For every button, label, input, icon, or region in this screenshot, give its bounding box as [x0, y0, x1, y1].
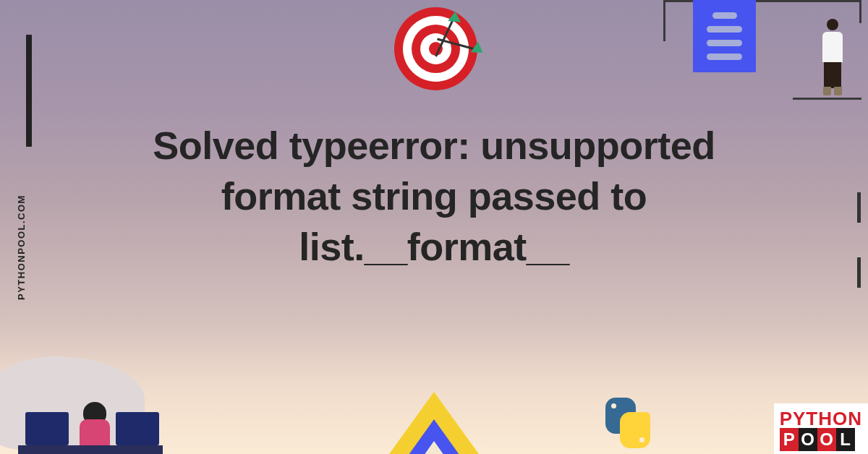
standing-person-illustration — [822, 19, 843, 95]
article-title: Solved typeerror: unsupported format str… — [109, 120, 760, 273]
site-url-vertical: PYTHONPOOL.COM — [16, 194, 27, 300]
desk-illustration — [0, 335, 188, 454]
triangle-icon-core — [407, 441, 461, 454]
frame-right-line — [859, 0, 861, 23]
menu-icon — [693, 0, 756, 72]
pythonpool-logo: PYTHON P O O L — [774, 403, 868, 454]
frame-left-line — [663, 0, 665, 41]
right-accent-bar-2 — [857, 257, 861, 288]
right-accent-bar-1 — [857, 192, 861, 223]
logo-text-top: PYTHON — [780, 408, 862, 430]
python-logo-icon — [601, 396, 655, 450]
frame-bottom-line — [793, 98, 861, 100]
logo-text-bottom: P O O L — [780, 428, 862, 451]
target-icon — [394, 7, 477, 90]
left-accent-bar — [26, 35, 32, 147]
